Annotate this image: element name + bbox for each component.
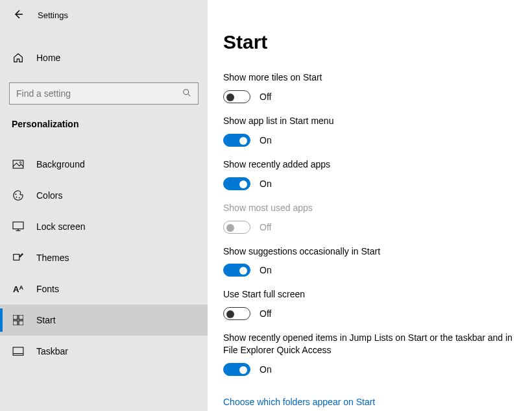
search-icon: [182, 88, 191, 99]
sidebar: Settings Home Personalization Background…: [0, 0, 208, 411]
setting-label: Use Start full screen: [223, 288, 516, 301]
toggle-state: Off: [260, 222, 271, 232]
svg-rect-12: [13, 315, 18, 319]
svg-point-5: [16, 193, 17, 195]
sidebar-item-label: Fonts: [36, 284, 59, 294]
nav-list: Background Colors Lock screen Themes AA …: [0, 149, 208, 367]
svg-rect-15: [19, 321, 23, 325]
setting-jump-lists: Show recently opened items in Jump Lists…: [223, 332, 516, 376]
toggle-state: On: [260, 364, 272, 375]
sidebar-item-label: Background: [36, 159, 85, 169]
toggle-jump-lists[interactable]: [223, 363, 250, 376]
brush-icon: [12, 252, 25, 264]
toggle-full-screen[interactable]: [223, 307, 250, 320]
toggle-recently-added[interactable]: [223, 177, 250, 190]
svg-rect-14: [13, 321, 18, 325]
main-panel: Start Show more tiles on Start Off Show …: [208, 0, 532, 411]
toggle-state: On: [260, 179, 272, 189]
svg-point-7: [19, 197, 20, 199]
toggle-state: On: [260, 135, 272, 145]
sidebar-category: Personalization: [0, 105, 208, 137]
svg-rect-11: [14, 255, 19, 260]
sidebar-item-lock-screen[interactable]: Lock screen: [0, 211, 208, 242]
svg-point-6: [16, 197, 17, 198]
search-input[interactable]: [16, 88, 182, 99]
setting-most-used: Show most used apps Off: [223, 202, 516, 234]
start-icon: [12, 315, 25, 325]
page-title: Start: [223, 31, 516, 53]
toggle-most-used: [223, 221, 250, 234]
sidebar-item-label: Themes: [36, 253, 69, 263]
sidebar-item-taskbar[interactable]: Taskbar: [0, 336, 208, 367]
toggle-more-tiles[interactable]: [223, 90, 250, 103]
setting-label: Show most used apps: [223, 202, 516, 214]
svg-rect-13: [19, 315, 23, 319]
sidebar-item-label: Colors: [36, 190, 62, 201]
home-label: Home: [36, 53, 60, 63]
sidebar-item-colors[interactable]: Colors: [0, 180, 208, 211]
palette-icon: [12, 190, 25, 201]
sidebar-item-label: Lock screen: [36, 221, 85, 232]
fonts-icon: AA: [12, 284, 25, 294]
app-title: Settings: [38, 10, 68, 20]
svg-line-2: [188, 93, 191, 96]
svg-rect-8: [13, 222, 23, 229]
setting-label: Show more tiles on Start: [223, 71, 516, 84]
toggle-state: On: [260, 265, 272, 275]
setting-app-list: Show app list in Start menu On: [223, 115, 516, 147]
sidebar-item-background[interactable]: Background: [0, 149, 208, 180]
sidebar-item-label: Taskbar: [36, 346, 68, 356]
back-icon[interactable]: [13, 9, 23, 21]
setting-label: Show suggestions occasionally in Start: [223, 245, 516, 258]
toggle-state: Off: [260, 92, 271, 102]
sidebar-item-fonts[interactable]: AA Fonts: [0, 273, 208, 305]
sidebar-item-start[interactable]: Start: [0, 305, 208, 336]
setting-suggestions: Show suggestions occasionally in Start O…: [223, 245, 516, 277]
sidebar-item-themes[interactable]: Themes: [0, 242, 208, 273]
home-icon: [12, 52, 25, 64]
toggle-state: Off: [260, 308, 271, 319]
link-choose-folders[interactable]: Choose which folders appear on Start: [223, 397, 375, 407]
svg-rect-3: [13, 160, 23, 168]
setting-recently-added: Show recently added apps On: [223, 158, 516, 190]
setting-more-tiles: Show more tiles on Start Off: [223, 71, 516, 103]
setting-label: Show recently added apps: [223, 158, 516, 171]
setting-label: Show recently opened items in Jump Lists…: [223, 332, 516, 356]
svg-point-4: [19, 162, 21, 164]
toggle-suggestions[interactable]: [223, 264, 250, 277]
svg-rect-16: [13, 347, 23, 355]
picture-icon: [12, 160, 25, 169]
sidebar-home[interactable]: Home: [0, 42, 208, 73]
svg-point-1: [184, 89, 189, 94]
toggle-app-list[interactable]: [223, 134, 250, 147]
search-box[interactable]: [9, 82, 199, 105]
setting-label: Show app list in Start menu: [223, 115, 516, 127]
taskbar-icon: [12, 347, 25, 356]
monitor-icon: [12, 221, 25, 232]
titlebar: Settings: [0, 6, 208, 25]
sidebar-item-label: Start: [36, 315, 56, 325]
setting-full-screen: Use Start full screen Off: [223, 288, 516, 320]
